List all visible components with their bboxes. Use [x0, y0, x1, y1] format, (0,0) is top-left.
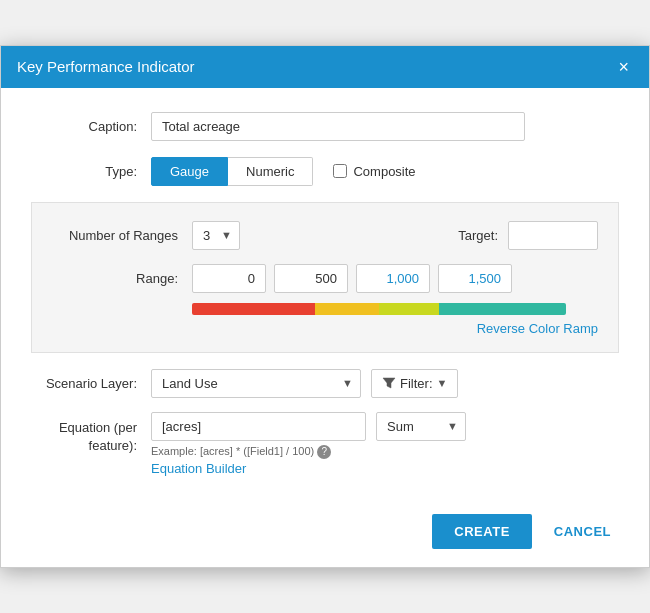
number-of-ranges-row: Number of Ranges 3 2 4 5 ▼ Target: — [52, 221, 598, 250]
gauge-button[interactable]: Gauge — [151, 157, 228, 186]
equation-label: Equation (per feature): — [31, 412, 151, 455]
type-row: Type: Gauge Numeric Composite — [31, 157, 619, 186]
equation-right: Example: [acres] * ([Field1] / 100) ? Eq… — [151, 412, 619, 476]
dialog-footer: CREATE CANCEL — [1, 500, 649, 567]
numeric-button[interactable]: Numeric — [228, 157, 313, 186]
dialog-container: Key Performance Indicator × Caption: Typ… — [0, 45, 650, 568]
range-label: Range: — [52, 271, 192, 286]
filter-label: Filter: — [400, 376, 433, 391]
equation-row: Equation (per feature): Example: [acres]… — [31, 412, 619, 476]
equation-inputs-row: Example: [acres] * ([Field1] / 100) ? Eq… — [151, 412, 619, 476]
number-of-ranges-select[interactable]: 3 2 4 5 — [192, 221, 240, 250]
layer-select[interactable]: Land Use — [151, 369, 361, 398]
dialog-header: Key Performance Indicator × — [1, 46, 649, 88]
close-button[interactable]: × — [614, 58, 633, 76]
color-ramp-row — [192, 303, 598, 315]
number-of-ranges-select-wrapper: 3 2 4 5 ▼ — [192, 221, 240, 250]
scenario-layer-row: Scenario Layer: Land Use ▼ Filter: ▼ — [31, 369, 619, 398]
range-input-2[interactable] — [356, 264, 430, 293]
filter-button[interactable]: Filter: ▼ — [371, 369, 458, 398]
filter-icon — [382, 376, 396, 390]
type-selector: Gauge Numeric Composite — [151, 157, 416, 186]
cancel-button[interactable]: CANCEL — [540, 514, 625, 549]
target-label: Target: — [458, 228, 498, 243]
number-of-ranges-label: Number of Ranges — [52, 228, 192, 243]
reverse-color-ramp-link[interactable]: Reverse Color Ramp — [477, 321, 598, 336]
target-section: Target: — [458, 221, 598, 250]
create-button[interactable]: CREATE — [432, 514, 531, 549]
range-input-3[interactable] — [438, 264, 512, 293]
caption-label: Caption: — [31, 119, 151, 134]
range-inputs — [192, 264, 512, 293]
range-input-0[interactable] — [192, 264, 266, 293]
reverse-color-ramp-row: Reverse Color Ramp — [52, 321, 598, 336]
filter-chevron-icon: ▼ — [437, 377, 448, 389]
caption-row: Caption: — [31, 112, 619, 141]
dialog-body: Caption: Type: Gauge Numeric Composite N… — [1, 88, 649, 500]
dialog-title: Key Performance Indicator — [17, 58, 195, 75]
equation-example: Example: [acres] * ([Field1] / 100) ? — [151, 445, 366, 459]
range-inputs-row: Range: — [52, 264, 598, 293]
composite-label: Composite — [353, 164, 415, 179]
layer-select-wrapper: Land Use ▼ — [151, 369, 361, 398]
range-input-1[interactable] — [274, 264, 348, 293]
color-ramp — [192, 303, 566, 315]
target-input[interactable] — [508, 221, 598, 250]
sum-select[interactable]: Sum Average Count Min Max — [376, 412, 466, 441]
equation-input-group: Example: [acres] * ([Field1] / 100) ? Eq… — [151, 412, 366, 476]
equation-input[interactable] — [151, 412, 366, 441]
type-label: Type: — [31, 164, 151, 179]
sum-select-wrapper: Sum Average Count Min Max ▼ — [376, 412, 466, 441]
composite-checkbox-label[interactable]: Composite — [333, 164, 415, 179]
caption-input[interactable] — [151, 112, 525, 141]
help-icon[interactable]: ? — [317, 445, 331, 459]
scenario-layer-label: Scenario Layer: — [31, 376, 151, 391]
ranges-section: Number of Ranges 3 2 4 5 ▼ Target: — [31, 202, 619, 353]
composite-checkbox[interactable] — [333, 164, 347, 178]
equation-builder-link[interactable]: Equation Builder — [151, 461, 246, 476]
